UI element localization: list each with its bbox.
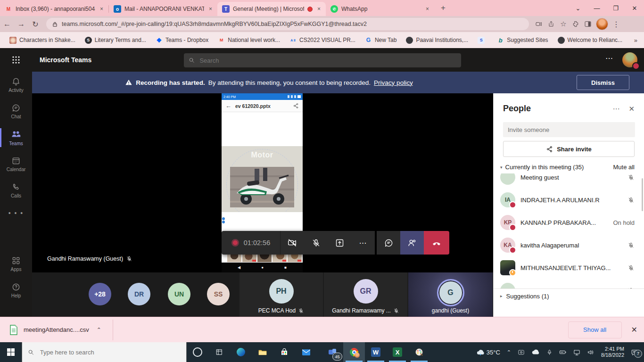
taskbar-search-input[interactable] xyxy=(39,348,181,356)
share-screen-button[interactable] xyxy=(328,231,351,255)
share-page-icon[interactable] xyxy=(545,20,557,28)
participant-row[interactable]: KA kavitha Alagaperumal xyxy=(494,234,644,256)
tab-whatsapp[interactable]: ✆ WhatsApp × xyxy=(326,2,434,16)
side-panel-icon[interactable] xyxy=(582,20,594,28)
tab-gmail[interactable]: M Inbox (3,960) - annapoorani504@ × xyxy=(0,2,108,16)
address-bar[interactable]: teams.microsoft.com/_#/pre-join-calling/… xyxy=(46,18,529,30)
taskbar-search-box[interactable] xyxy=(22,342,187,362)
teams-header-more-icon[interactable]: ⋯ xyxy=(605,54,613,63)
bookmark-item[interactable]: Paavai Institutions,... xyxy=(402,35,472,45)
task-view-button[interactable] xyxy=(208,342,230,362)
people-panel-more-icon[interactable]: ⋯ xyxy=(612,105,620,113)
bookmarks-overflow-icon[interactable]: » xyxy=(634,37,637,44)
bookmark-item[interactable]: S xyxy=(474,35,491,45)
participant-row[interactable]: Meeting guest xyxy=(494,173,644,189)
battery-icon[interactable] xyxy=(556,349,570,355)
android-back-icon[interactable]: ◀ xyxy=(238,265,240,270)
new-tab-button[interactable]: + xyxy=(437,2,449,14)
participant-tile[interactable]: GR Gandhi Ramaswamy ... xyxy=(324,272,407,317)
mail-button[interactable] xyxy=(295,342,317,362)
tab-teams-active[interactable]: T General (Meeting) | Microsof × xyxy=(217,2,326,16)
meet-now-icon[interactable] xyxy=(514,349,528,356)
bookmark-item[interactable]: Welcome to Relianc... xyxy=(554,35,627,45)
participant-row[interactable]: MITHUNSANJEEVE.T THIYAG... xyxy=(494,256,644,279)
suggestions-section[interactable]: ▸ Suggestions (1) xyxy=(494,288,644,303)
tab-close-icon[interactable]: × xyxy=(99,6,105,12)
onedrive-icon[interactable] xyxy=(528,349,543,355)
chrome-taskbar-button-active[interactable] xyxy=(343,342,365,362)
download-item[interactable]: meetingAttendanc....csv ⌃ xyxy=(9,325,101,335)
extensions-icon[interactable] xyxy=(570,20,582,28)
microphone-tray-icon[interactable] xyxy=(543,349,556,355)
android-recents-icon[interactable]: ■ xyxy=(284,265,287,270)
mic-off-icon[interactable] xyxy=(627,197,635,204)
volume-icon[interactable] xyxy=(584,349,597,355)
rail-item-chat[interactable]: Chat xyxy=(0,98,32,124)
dismiss-button[interactable]: Dismiss xyxy=(577,75,629,90)
share-invite-button[interactable]: Share invite xyxy=(503,141,635,157)
tab-close-icon[interactable]: × xyxy=(207,6,214,12)
rail-item-activity[interactable]: Activity xyxy=(0,72,32,98)
file-explorer-button[interactable] xyxy=(252,342,273,362)
network-icon[interactable] xyxy=(570,349,584,355)
participant-avatar[interactable]: DR xyxy=(128,283,150,305)
rail-item-help[interactable]: Help xyxy=(0,277,32,304)
more-actions-button[interactable]: ⋯ xyxy=(351,231,375,255)
taskbar-clock[interactable]: 2:41 PM 8/18/2022 xyxy=(597,346,628,358)
overflow-participants-avatar[interactable]: +28 xyxy=(89,283,111,305)
people-button-active[interactable] xyxy=(400,231,424,255)
participant-row[interactable]: Mohan mk (Guest) xyxy=(494,279,644,288)
paint-taskbar-button[interactable] xyxy=(408,342,430,362)
people-panel-close-icon[interactable]: ✕ xyxy=(628,105,635,113)
forward-button[interactable]: → xyxy=(14,20,28,28)
rail-item-apps[interactable]: Apps xyxy=(0,251,32,277)
privacy-policy-link[interactable]: Privacy policy xyxy=(374,79,413,86)
invite-someone-input[interactable] xyxy=(503,122,635,137)
bookmark-item[interactable]: ❖ Teams - Dropbox xyxy=(152,35,212,45)
mic-off-icon[interactable] xyxy=(627,264,635,272)
mic-off-icon[interactable] xyxy=(627,174,635,181)
tab-close-icon[interactable]: × xyxy=(316,6,322,12)
participant-row[interactable]: KP KANNAN.P PRABAKARA... On hold xyxy=(494,211,644,234)
participant-tile[interactable]: PH PEC MCA Hod xyxy=(239,272,323,317)
people-scrollbar[interactable] xyxy=(642,178,643,211)
profile-chevron-icon[interactable]: ⌄ xyxy=(569,5,587,12)
teams-search-input[interactable] xyxy=(198,57,456,65)
mic-toggle-button[interactable] xyxy=(304,231,328,255)
phone-share-icon[interactable] xyxy=(293,103,299,109)
android-home-icon[interactable]: ● xyxy=(261,265,264,270)
rail-more-icon[interactable]: • • • xyxy=(0,204,32,222)
browser-profile-avatar[interactable] xyxy=(596,18,608,30)
word-taskbar-button[interactable]: W xyxy=(365,342,387,362)
bookmark-item[interactable]: A II CS2022 VISUAL PR... xyxy=(286,35,359,45)
camera-toggle-button[interactable] xyxy=(281,231,304,255)
start-button[interactable] xyxy=(0,342,22,362)
action-center-button[interactable]: 7 xyxy=(628,349,644,356)
cortana-button[interactable] xyxy=(187,342,208,362)
tab-outlook[interactable]: o Mail - ANNAPOORANI VENKATE × xyxy=(109,2,217,16)
reload-button[interactable]: ↻ xyxy=(28,20,42,29)
mic-off-icon[interactable] xyxy=(627,287,635,289)
minimize-button[interactable]: — xyxy=(587,5,606,12)
teams-search-box[interactable] xyxy=(184,53,461,67)
rail-item-calendar[interactable]: Calendar xyxy=(0,151,32,177)
mute-all-button[interactable]: Mute all xyxy=(613,164,635,171)
participant-avatar[interactable]: SS xyxy=(207,283,230,305)
section-collapse-icon[interactable]: ▾ xyxy=(500,165,503,170)
teams-taskbar-button[interactable]: 45 xyxy=(322,342,343,362)
bookmark-item[interactable]: S Literary Terms and... xyxy=(81,35,150,45)
bookmark-item[interactable]: G New Tab xyxy=(361,35,400,45)
back-button[interactable]: ← xyxy=(0,20,14,28)
microsoft-store-button[interactable] xyxy=(273,342,295,362)
bookmark-item[interactable]: Characters in Shake... xyxy=(6,35,79,45)
weather-widget[interactable]: 35°C xyxy=(473,349,504,356)
app-launcher-icon[interactable] xyxy=(0,56,32,64)
rail-item-teams-active[interactable]: Teams xyxy=(0,124,32,151)
rail-item-calls[interactable]: Calls xyxy=(0,177,32,204)
chat-button[interactable] xyxy=(377,231,400,255)
hang-up-button[interactable] xyxy=(424,231,449,255)
participant-avatar[interactable]: UN xyxy=(168,283,190,305)
mic-off-icon[interactable] xyxy=(627,242,635,249)
bookmark-star-icon[interactable]: ☆ xyxy=(557,20,570,28)
browser-menu-icon[interactable]: ⋮ xyxy=(610,20,622,29)
